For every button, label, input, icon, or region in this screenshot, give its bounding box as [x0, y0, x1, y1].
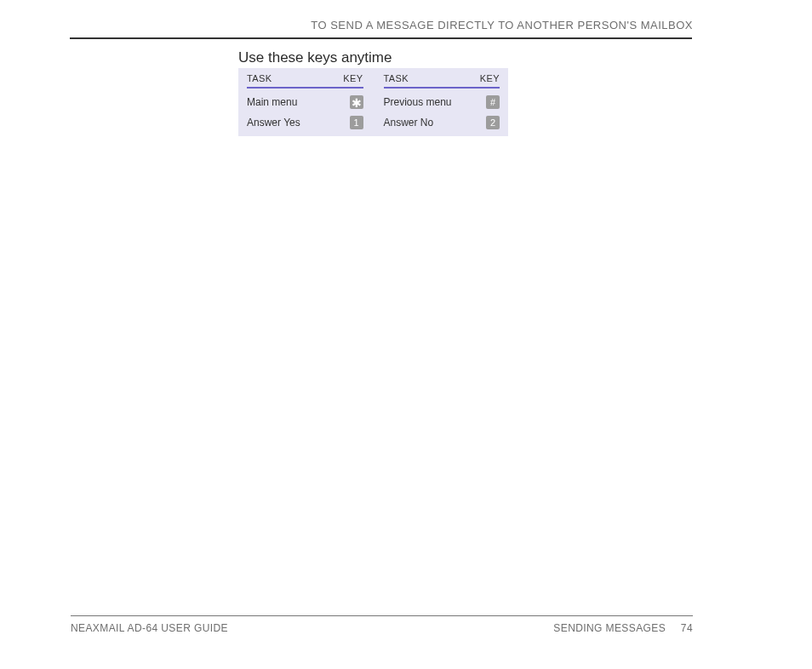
page-header-title: TO SEND A MESSAGE DIRECTLY TO ANOTHER PE…: [311, 19, 693, 31]
header-rule: [70, 37, 692, 39]
footer-page-number: 74: [681, 622, 693, 634]
key-icon: 2: [486, 116, 500, 129]
table-row: Main menu ✱: [247, 95, 363, 109]
footer-section-label: SENDING MESSAGES: [553, 622, 666, 634]
keys-table: TASK KEY Main menu ✱ Answer Yes 1 TASK K…: [238, 68, 508, 136]
table-header-row: TASK KEY: [247, 73, 363, 89]
task-label: Answer Yes: [247, 117, 300, 129]
key-header-label: KEY: [480, 73, 500, 83]
task-header-label: TASK: [247, 73, 272, 83]
task-label: Main menu: [247, 96, 297, 108]
key-icon: ✱: [350, 95, 363, 109]
table-row: Answer No 2: [384, 116, 500, 129]
table-header-row: TASK KEY: [384, 73, 500, 89]
key-icon: 1: [350, 116, 363, 129]
key-icon: #: [486, 95, 500, 109]
keys-table-column-left: TASK KEY Main menu ✱ Answer Yes 1: [238, 68, 372, 136]
keys-table-column-right: TASK KEY Previous menu # Answer No 2: [375, 68, 509, 136]
table-row: Answer Yes 1: [247, 116, 363, 129]
task-header-label: TASK: [384, 73, 409, 83]
key-header-label: KEY: [343, 73, 363, 83]
section-title: Use these keys anytime: [238, 49, 392, 66]
footer-page-info: SENDING MESSAGES 74: [553, 622, 693, 634]
table-row: Previous menu #: [384, 95, 500, 109]
footer-rule: [71, 615, 693, 616]
task-label: Answer No: [384, 117, 434, 129]
task-label: Previous menu: [384, 96, 452, 108]
footer-guide-title: NEAXMAIL AD-64 USER GUIDE: [71, 622, 228, 634]
